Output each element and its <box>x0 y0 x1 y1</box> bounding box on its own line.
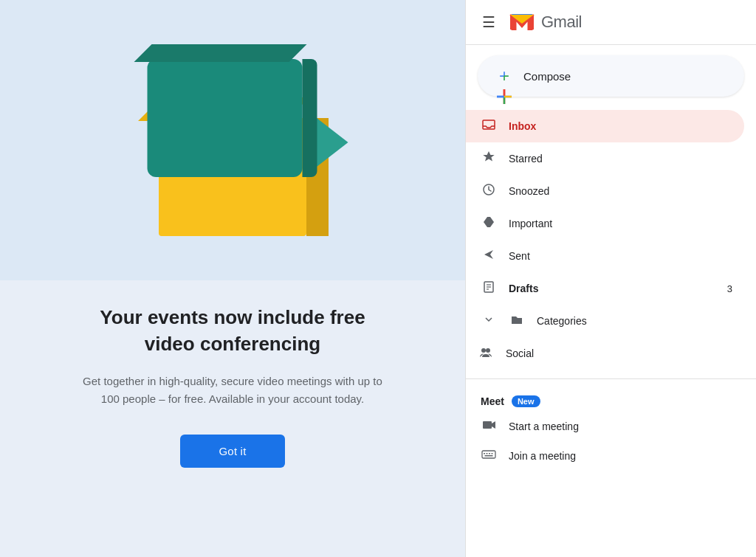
gmail-header: ☰ Gmail <box>466 0 756 45</box>
got-it-button[interactable]: Got it <box>180 435 284 468</box>
sidebar-divider <box>466 378 756 379</box>
drafts-label: Drafts <box>509 283 715 294</box>
gmail-logo: Gmail <box>509 9 582 35</box>
svg-rect-18 <box>487 453 488 454</box>
promo-title: Your events now include free video confe… <box>78 304 388 358</box>
gmail-m-icon <box>509 9 535 35</box>
drafts-icon <box>481 280 497 298</box>
keyboard-icon <box>481 447 497 465</box>
important-label: Important <box>509 218 732 229</box>
start-meeting-label: Start a meeting <box>509 421 579 432</box>
inbox-icon <box>481 117 497 136</box>
meet-label: Meet <box>481 395 504 407</box>
join-meeting-item[interactable]: Join a meeting <box>466 441 756 471</box>
menu-icon[interactable]: ☰ <box>478 9 500 35</box>
compose-plus-icon <box>494 66 515 86</box>
gmail-text: Gmail <box>541 13 582 32</box>
svg-rect-19 <box>489 453 490 454</box>
social-icon <box>478 345 494 363</box>
svg-rect-15 <box>483 421 492 429</box>
inbox-label: Inbox <box>509 120 732 132</box>
svg-point-14 <box>486 348 490 353</box>
compose-icon <box>494 86 515 107</box>
meet-new-badge: New <box>512 395 540 407</box>
compose-label: Compose <box>523 70 571 83</box>
social-label: Social <box>506 347 732 359</box>
promo-description: Get together in high-quality, secure vid… <box>74 373 391 408</box>
gmail-sidebar: ☰ Gmail <box>465 0 756 557</box>
clock-icon <box>481 182 497 201</box>
join-meeting-label: Join a meeting <box>509 450 576 462</box>
compose-button[interactable]: Compose <box>478 55 744 97</box>
star-icon <box>481 150 497 168</box>
drafts-badge: 3 <box>727 283 732 294</box>
svg-rect-17 <box>484 453 485 454</box>
meet-section: Meet New Start a meeting <box>466 385 756 471</box>
svg-rect-20 <box>492 453 493 454</box>
hero-image <box>0 0 465 280</box>
svg-rect-21 <box>485 455 493 457</box>
sidebar-item-sent[interactable]: Sent <box>466 240 744 272</box>
sidebar-item-categories[interactable]: Categories <box>466 305 744 337</box>
start-meeting-item[interactable]: Start a meeting <box>466 412 756 441</box>
starred-label: Starred <box>509 153 732 165</box>
sent-label: Sent <box>509 250 732 262</box>
sidebar-item-snoozed[interactable]: Snoozed <box>466 175 744 207</box>
svg-point-13 <box>481 348 486 353</box>
sidebar-item-important[interactable]: Important <box>466 207 744 240</box>
svg-rect-16 <box>482 451 495 458</box>
chevron-down-icon <box>481 314 497 329</box>
promo-panel: Your events now include free video confe… <box>0 0 465 557</box>
important-icon <box>481 215 497 233</box>
snoozed-label: Snoozed <box>509 185 732 197</box>
nav-list: Inbox Starred Snoozed <box>466 107 756 373</box>
categories-folder-icon <box>509 312 525 331</box>
meet-header: Meet New <box>466 391 756 412</box>
camera-arrow <box>306 109 348 176</box>
camera-illustration <box>114 30 351 251</box>
promo-content: Your events now include free video confe… <box>30 280 436 557</box>
sidebar-item-inbox[interactable]: Inbox <box>466 110 744 142</box>
sidebar-item-starred[interactable]: Starred <box>466 142 744 175</box>
sent-icon <box>481 247 497 266</box>
camera-body <box>148 59 303 177</box>
sidebar-item-social[interactable]: Social <box>466 337 744 370</box>
sidebar-item-drafts[interactable]: Drafts 3 <box>466 272 744 305</box>
video-camera-icon <box>481 418 497 435</box>
categories-label: Categories <box>537 315 732 327</box>
